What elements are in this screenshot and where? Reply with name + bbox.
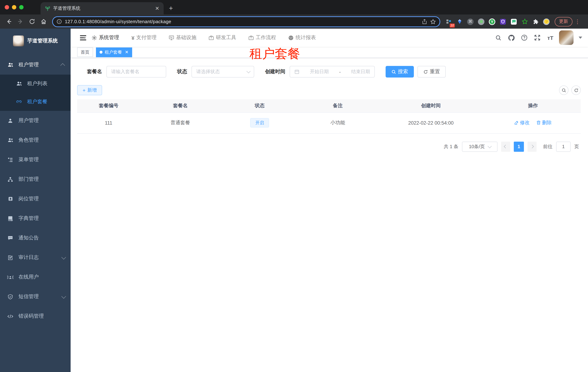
extension-tab-manager-icon[interactable]: 10 bbox=[444, 17, 453, 26]
extension-shield-icon[interactable] bbox=[498, 17, 508, 26]
log-icon bbox=[7, 255, 13, 260]
sidebar-item-dict-management[interactable]: 字典管理 bbox=[0, 209, 71, 228]
refresh-table-button[interactable] bbox=[571, 85, 581, 95]
favicon-sprout-icon bbox=[45, 6, 50, 11]
delete-link[interactable]: 删除 bbox=[536, 119, 552, 126]
sidebar-item-label: 菜单管理 bbox=[19, 157, 65, 163]
sidebar-item-post-management[interactable]: 岗位管理 bbox=[0, 189, 71, 209]
nav-label: 研发工具 bbox=[216, 34, 236, 41]
sidebar-item-tenant-package[interactable]: 租户套餐 bbox=[0, 93, 71, 111]
extension-emoji-icon[interactable]: ツ bbox=[542, 17, 551, 26]
sidebar: 芋道管理系统 租户管理 租户列表 bbox=[0, 29, 71, 372]
date-range-picker[interactable]: 开始日期 - 结束日期 bbox=[290, 66, 375, 77]
fullscreen-icon[interactable] bbox=[533, 33, 542, 42]
sidebar-item-dept-management[interactable]: 部门管理 bbox=[0, 170, 71, 189]
nav-statistics[interactable]: 统计报表 bbox=[288, 34, 316, 41]
extension-green-dot-icon[interactable] bbox=[476, 17, 486, 26]
sidebar-item-error-code[interactable]: 错误码管理 bbox=[0, 307, 71, 326]
next-page-button[interactable] bbox=[527, 141, 536, 152]
yen-icon: ¥ bbox=[131, 35, 135, 41]
prev-page-button[interactable] bbox=[501, 141, 510, 152]
extension-command-icon[interactable]: ⌘ bbox=[466, 17, 475, 26]
end-date-placeholder[interactable]: 结束日期 bbox=[351, 68, 370, 75]
sidebar-item-label: 租户列表 bbox=[27, 80, 47, 87]
extension-gem-icon[interactable] bbox=[455, 17, 464, 26]
reload-button[interactable] bbox=[27, 16, 37, 27]
home-button[interactable] bbox=[38, 16, 49, 27]
page-jump-input[interactable] bbox=[556, 141, 571, 152]
page-size-select[interactable]: 10条/页 bbox=[462, 141, 497, 152]
tag-tenant-package[interactable]: 租户套餐 ✕ bbox=[96, 47, 132, 57]
user-avatar[interactable] bbox=[559, 31, 574, 45]
site-info-icon[interactable] bbox=[56, 19, 62, 24]
sidebar-logo[interactable]: 芋道管理系统 bbox=[0, 29, 71, 50]
nav-system-management[interactable]: 系统管理 bbox=[92, 34, 119, 41]
macos-traffic-lights[interactable] bbox=[5, 5, 23, 10]
chevron-down-icon bbox=[247, 69, 251, 73]
sidebar-item-label: 字典管理 bbox=[19, 215, 65, 222]
extension-y-icon[interactable]: Y bbox=[487, 17, 497, 26]
add-button[interactable]: + 新增 bbox=[77, 85, 102, 95]
share-icon[interactable] bbox=[422, 19, 427, 24]
browser-menu-icon[interactable]: ⋮ bbox=[574, 18, 581, 25]
tab-close-icon[interactable]: ✕ bbox=[155, 5, 159, 11]
sidebar-item-online-users[interactable]: 在线用户 bbox=[0, 267, 71, 287]
sidebar-item-tenant-management[interactable]: 租户管理 bbox=[0, 55, 71, 74]
show-search-toggle-button[interactable] bbox=[559, 85, 568, 95]
browser-tab[interactable]: 芋道管理系统 ✕ bbox=[41, 2, 164, 14]
sidebar-item-user-management[interactable]: 用户管理 bbox=[0, 111, 71, 130]
reset-button[interactable]: 重置 bbox=[418, 66, 446, 77]
sidebar-item-tenant-list[interactable]: 租户列表 bbox=[0, 74, 71, 93]
chrome-update-button[interactable]: 更新 bbox=[555, 17, 572, 26]
nav-payment-management[interactable]: ¥ 支付管理 bbox=[131, 34, 157, 41]
extensions-puzzle-icon[interactable] bbox=[531, 17, 540, 26]
sidebar-item-notice[interactable]: 通知公告 bbox=[0, 228, 71, 248]
url-text[interactable]: 127.0.0.1:48080/admin-ui/system/tenant/p… bbox=[65, 19, 419, 24]
col-package-id: 套餐编号 bbox=[77, 99, 140, 112]
sidebar-item-audit-log[interactable]: 审计日志 bbox=[0, 248, 71, 267]
start-date-placeholder[interactable]: 开始日期 bbox=[310, 68, 329, 75]
search-icon bbox=[561, 88, 566, 93]
new-tab-button[interactable]: + bbox=[166, 3, 176, 13]
filter-status: 状态 请选择状态 bbox=[177, 66, 254, 77]
package-name-input[interactable]: 请输入套餐名 bbox=[106, 66, 166, 77]
nav-dev-tools[interactable]: 研发工具 bbox=[209, 34, 236, 41]
minimize-window-button[interactable] bbox=[12, 5, 16, 10]
help-icon[interactable] bbox=[520, 33, 529, 42]
app-window: 芋道管理系统 租户管理 租户列表 bbox=[0, 29, 588, 372]
online-user-icon bbox=[7, 274, 13, 280]
sidebar-item-role-management[interactable]: 角色管理 bbox=[0, 130, 71, 150]
edit-link[interactable]: 修改 bbox=[514, 119, 530, 126]
search-icon[interactable] bbox=[494, 33, 503, 42]
extension-star-icon[interactable] bbox=[520, 17, 529, 26]
app-header: 系统管理 ¥ 支付管理 基础设施 bbox=[71, 29, 588, 47]
status-select[interactable]: 请选择状态 bbox=[191, 66, 254, 77]
font-size-icon[interactable]: тT bbox=[546, 33, 555, 42]
tag-home[interactable]: 首页 bbox=[77, 47, 93, 57]
extension-chat-icon[interactable] bbox=[509, 17, 518, 26]
cell-create-time: 2022-02-22 00:54:00 bbox=[377, 112, 485, 133]
sidebar-item-sms-management[interactable]: 短信管理 bbox=[0, 287, 71, 307]
nav-workflow[interactable]: 工作流程 bbox=[249, 34, 276, 41]
close-window-button[interactable] bbox=[5, 5, 9, 10]
back-button[interactable] bbox=[4, 16, 14, 27]
tag-close-icon[interactable]: ✕ bbox=[125, 50, 128, 55]
current-page-button[interactable]: 1 bbox=[514, 141, 524, 152]
nav-label: 统计报表 bbox=[296, 34, 316, 41]
bookmark-star-icon[interactable] bbox=[430, 19, 436, 24]
github-icon[interactable] bbox=[507, 33, 515, 42]
user-icon bbox=[7, 118, 13, 123]
address-bar[interactable]: 127.0.0.1:48080/admin-ui/system/tenant/p… bbox=[52, 16, 440, 27]
tag-label: 首页 bbox=[81, 49, 89, 55]
cell-actions: 修改 删除 bbox=[485, 112, 581, 133]
col-actions: 操作 bbox=[485, 99, 581, 112]
dashboard-icon bbox=[288, 35, 294, 40]
avatar-caret-down-icon[interactable] bbox=[578, 37, 582, 39]
date-separator: - bbox=[339, 69, 341, 74]
search-button[interactable]: 搜索 bbox=[386, 66, 414, 77]
sidebar-toggle-icon[interactable] bbox=[76, 31, 89, 44]
nav-infrastructure[interactable]: 基础设施 bbox=[169, 34, 196, 41]
zoom-window-button[interactable] bbox=[19, 5, 23, 10]
forward-button[interactable] bbox=[15, 16, 25, 27]
sidebar-item-menu-management[interactable]: 菜单管理 bbox=[0, 150, 71, 170]
